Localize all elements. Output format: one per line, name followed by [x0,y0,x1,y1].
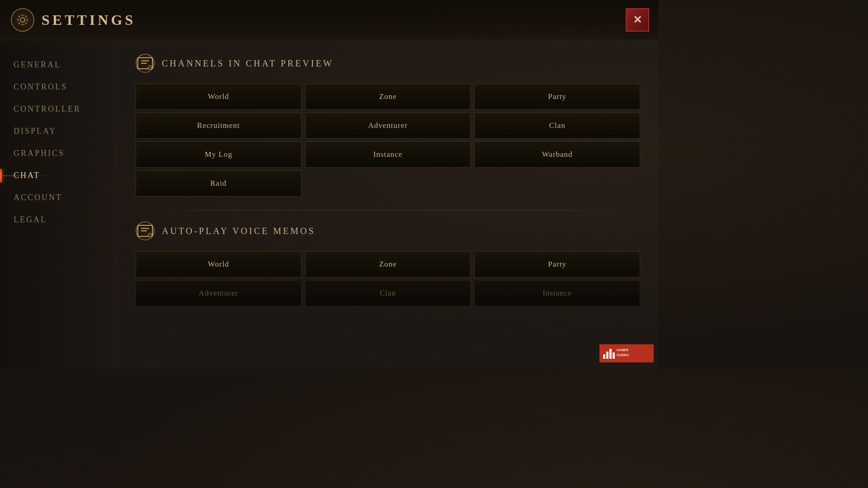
channels-row-3: My Log Instance Warband [136,141,640,168]
settings-header: SETTINGS ✕ [0,0,658,40]
auto-play-header: AUTO-PLAY VOICE MEMOS [136,221,640,240]
svg-rect-10 [613,352,615,359]
main-layout: GENERAL CONTROLS CONTROLLER DISPLAY GRAP… [0,40,658,369]
sidebar-item-account[interactable]: ACCOUNT [0,187,117,209]
auto-play-button-instance[interactable]: Instance [474,280,640,306]
channels-row-4: Raid [136,170,640,197]
svg-rect-8 [606,352,609,359]
close-button[interactable]: ✕ [626,8,649,32]
auto-play-button-clan[interactable]: Clan [305,280,471,306]
channel-button-warband[interactable]: Warband [474,141,640,168]
channel-button-recruitment[interactable]: Recruitment [136,113,302,139]
watermark: GAMER GUIDES [599,344,654,364]
svg-text:GAMER: GAMER [617,348,628,352]
channels-preview-header: CHANNELS IN CHAT PREVIEW [136,54,640,73]
auto-play-button-world[interactable]: World [136,251,302,277]
svg-rect-7 [603,354,605,359]
sidebar-item-chat[interactable]: CHAT [0,164,117,187]
channels-row-2: Recruitment Adventurer Clan [136,113,640,139]
sidebar-item-graphics[interactable]: GRAPHICS [0,142,117,164]
auto-play-title: AUTO-PLAY VOICE MEMOS [162,226,316,236]
channel-button-clan[interactable]: Clan [474,113,640,139]
auto-play-button-party[interactable]: Party [474,251,640,277]
content-area: CHANNELS IN CHAT PREVIEW World Zone Part… [118,40,658,369]
svg-point-0 [20,18,25,22]
settings-icon [11,8,34,32]
sidebar-item-legal[interactable]: LEGAL [0,209,117,231]
sidebar: GENERAL CONTROLS CONTROLLER DISPLAY GRAP… [0,40,118,369]
channel-button-raid[interactable]: Raid [136,170,302,197]
channels-preview-icon [136,54,155,73]
auto-play-icon [136,221,155,240]
channel-button-world[interactable]: World [136,84,302,110]
auto-play-button-adventurer[interactable]: Adventurer [136,280,302,306]
header-title: SETTINGS [42,12,136,28]
auto-play-row-1: World Zone Party [136,251,640,277]
channel-button-adventurer[interactable]: Adventurer [305,113,471,139]
sidebar-item-controls[interactable]: CONTROLS [0,76,117,98]
channel-button-zone[interactable]: Zone [305,84,471,110]
sidebar-item-general[interactable]: GENERAL [0,54,117,76]
auto-play-row-2: Adventurer Clan Instance [136,280,640,306]
channels-preview-title: CHANNELS IN CHAT PREVIEW [162,58,334,69]
channel-button-mylog[interactable]: My Log [136,141,302,168]
channel-button-party[interactable]: Party [474,84,640,110]
sidebar-item-display[interactable]: DISPLAY [0,120,117,142]
svg-rect-9 [609,349,612,359]
svg-text:GUIDES: GUIDES [617,353,629,357]
section-divider [136,210,640,211]
channel-button-instance[interactable]: Instance [305,141,471,168]
svg-point-1 [18,15,28,25]
auto-play-button-zone[interactable]: Zone [305,251,471,277]
sidebar-item-controller[interactable]: CONTROLLER [0,98,117,120]
channels-row-1: World Zone Party [136,84,640,110]
